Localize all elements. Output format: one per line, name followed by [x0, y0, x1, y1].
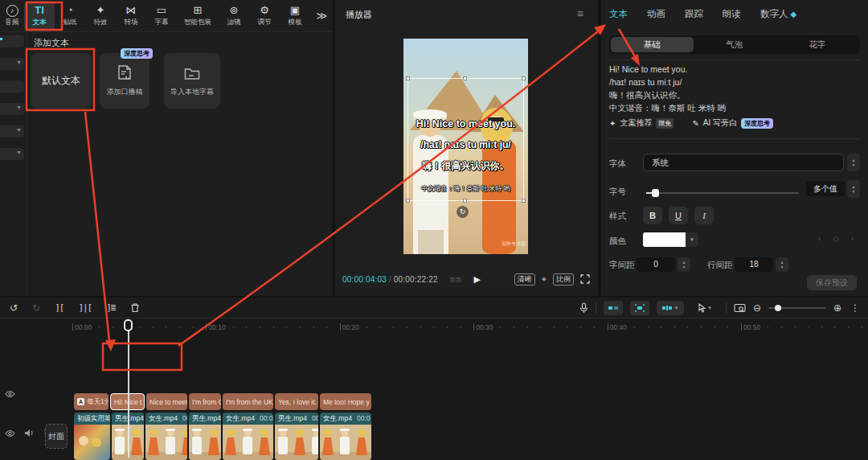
underline-button[interactable]: U: [669, 207, 688, 224]
zoom-in-button[interactable]: ⊕: [833, 302, 841, 314]
toolbar-more-button[interactable]: ≫: [316, 10, 327, 22]
tab-数字人[interactable]: 数字人◆: [760, 8, 796, 20]
letter-spacing-stepper[interactable]: ▲▼: [678, 257, 690, 272]
selection-handle[interactable]: [463, 76, 467, 80]
font-size-slider[interactable]: [646, 192, 799, 194]
video-clip-name: 男生.mp4: [192, 413, 221, 425]
playhead-handle[interactable]: [124, 319, 133, 331]
keyframe-controls[interactable]: ‹ ◇ ›: [818, 234, 858, 243]
font-stepper[interactable]: ▲▼: [847, 154, 860, 171]
text-clip[interactable]: I'm from the UK: [223, 393, 273, 410]
linked-selection-toggle[interactable]: [630, 301, 649, 315]
toolbar-item-transition[interactable]: ⋈转场: [116, 1, 146, 31]
preview-axis-toggle[interactable]: ▼: [657, 301, 684, 315]
tab-文本[interactable]: 文本: [609, 8, 628, 20]
toolbar-item-adjust[interactable]: ⚙调节: [249, 1, 280, 31]
line-spacing-stepper[interactable]: ▲▼: [776, 257, 788, 272]
video-preview[interactable]: Hi! Nice to meet you. /haɪ! naɪs tu miːt…: [403, 39, 528, 254]
delete-button[interactable]: [130, 302, 140, 313]
redo-button[interactable]: ↻: [32, 302, 40, 314]
toolbar-item-smart-pack[interactable]: ⊞智能包装: [177, 1, 219, 31]
selection-handle[interactable]: [522, 76, 526, 80]
selection-handle[interactable]: [463, 199, 467, 203]
add-speech-script-card[interactable]: 深度思考 添加口播稿: [100, 53, 149, 109]
tab-朗读[interactable]: 朗读: [723, 8, 741, 20]
video-clip[interactable]: 女生.mp400:0: [223, 413, 273, 460]
text-selection-box[interactable]: [407, 78, 524, 201]
slider-handle[interactable]: [652, 189, 659, 197]
video-clip[interactable]: 男生.mp400: [275, 413, 318, 460]
default-text-card[interactable]: 默认文本: [31, 53, 92, 109]
text-clip[interactable]: Yes, I love it.: [275, 393, 318, 410]
ratio-button[interactable]: 比例: [553, 273, 574, 285]
toolbar-item-filter[interactable]: ⊚滤镜: [219, 1, 249, 31]
play-button[interactable]: ▶: [474, 274, 481, 285]
import-subtitles-card[interactable]: 导入本地字幕: [164, 53, 220, 109]
timeline-more-button[interactable]: ⋮: [850, 302, 860, 314]
color-swatch[interactable]: [643, 232, 686, 247]
subtab-气泡[interactable]: 气泡: [694, 37, 776, 52]
video-clip[interactable]: 初级实用英: [74, 413, 110, 460]
rotate-handle[interactable]: ↻: [457, 206, 469, 218]
playhead-line[interactable]: [128, 319, 129, 458]
text-clip[interactable]: A每天1分: [74, 393, 108, 410]
tab-动画[interactable]: 动画: [647, 8, 665, 20]
quality-button[interactable]: 清晰: [514, 273, 535, 285]
collapsed-category-row[interactable]: [0, 35, 24, 47]
toolbar-item-captions[interactable]: ▭字幕: [146, 1, 177, 31]
video-clip[interactable]: 男生.mp4: [189, 413, 221, 460]
toolbar-item-label: 音频: [6, 18, 19, 27]
collapsed-category-row[interactable]: [0, 80, 24, 92]
italic-button[interactable]: I: [694, 207, 714, 224]
video-clip[interactable]: 女生.mp400:0: [320, 413, 371, 460]
color-dropdown-chevron[interactable]: ▼: [686, 232, 698, 247]
copy-suggest-button[interactable]: 文案推荐: [620, 117, 652, 129]
timeline-zoom-slider[interactable]: [768, 307, 826, 309]
video-clip[interactable]: 女生.mp400:: [145, 413, 187, 460]
zoom-out-button[interactable]: ⊖: [753, 302, 761, 314]
selection-handle[interactable]: [522, 199, 526, 203]
split-button[interactable]: ][: [55, 302, 63, 313]
auto-snap-toggle[interactable]: [604, 301, 623, 315]
select-tool[interactable]: ▼: [691, 301, 719, 315]
collapsed-category-row[interactable]: ▼: [0, 148, 24, 160]
zoom-slider-handle[interactable]: [775, 305, 781, 311]
collapsed-category-row[interactable]: ▼: [0, 58, 24, 70]
text-clip[interactable]: Nice to meet: [146, 393, 187, 410]
tab-跟踪[interactable]: 跟踪: [685, 8, 703, 20]
video-clip-name: 初级实用英: [77, 413, 110, 425]
selection-handle[interactable]: [406, 76, 410, 80]
ruler-minor-tick: [113, 327, 113, 328]
split-keep-right-button[interactable]: ]≣: [106, 302, 115, 313]
collapsed-category-row[interactable]: ▼: [0, 103, 24, 115]
size-stepper[interactable]: ▲▼: [847, 180, 860, 198]
toolbar-item-text[interactable]: TI文本: [24, 1, 55, 31]
save-preset-button[interactable]: 保存预设: [807, 275, 857, 290]
text-clip[interactable]: Me too! Hope y: [320, 393, 371, 410]
subtab-基础[interactable]: 基础: [611, 37, 694, 52]
toolbar-item-template[interactable]: ▣模板: [280, 1, 310, 31]
line-spacing-value[interactable]: 18: [735, 257, 773, 272]
undo-button[interactable]: ↺: [10, 302, 18, 314]
font-size-value[interactable]: 多个值: [806, 181, 845, 196]
player-menu-icon[interactable]: ≡: [577, 7, 583, 20]
preview-frame-icon[interactable]: [734, 303, 746, 313]
text-library-content: 添加文本 默认文本 深度思考 添加口播稿 导入本地字幕: [27, 33, 332, 296]
record-voiceover-icon[interactable]: [579, 302, 588, 314]
bold-button[interactable]: B: [643, 207, 662, 224]
toolbar-item-audio[interactable]: ♪音频: [0, 1, 24, 31]
focus-preview-icon[interactable]: ⌖: [542, 274, 547, 285]
split-keep-left-button[interactable]: ]|[: [78, 302, 92, 313]
toolbar-item-sticker[interactable]: ◔贴纸: [55, 1, 85, 31]
letter-spacing-value[interactable]: 0: [637, 257, 675, 272]
subtab-花字[interactable]: 花字: [776, 37, 858, 52]
text-content-editor[interactable]: Hi! Nice to meet you./haɪ! naɪs tu miːt …: [609, 63, 860, 135]
font-select[interactable]: 系统: [643, 154, 844, 171]
text-clip[interactable]: I'm from C: [189, 393, 221, 410]
preview-layout-icon[interactable]: ≣≣: [449, 275, 461, 284]
toolbar-item-effects[interactable]: ✦特效: [85, 1, 116, 31]
selection-handle[interactable]: [406, 199, 410, 203]
collapsed-category-row[interactable]: ▼: [0, 125, 24, 138]
ai-voiceover-button[interactable]: AI 写旁白: [703, 117, 737, 129]
fullscreen-icon[interactable]: [580, 274, 590, 284]
